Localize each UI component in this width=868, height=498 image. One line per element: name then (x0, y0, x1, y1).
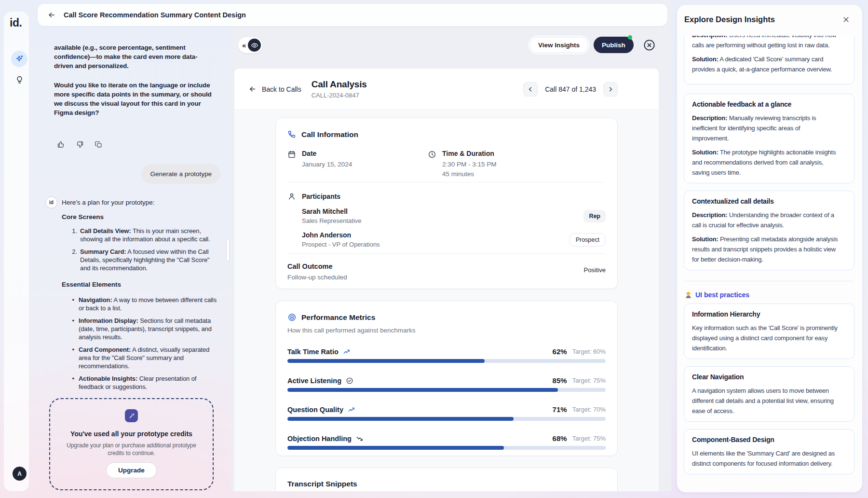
call-pager: Call 847 of 1,243 (523, 82, 618, 97)
list-item: 1.Call Details View: This is your main s… (69, 227, 220, 243)
performance-metrics-card: Performance Metrics How this call perfor… (275, 301, 618, 456)
metric-row: Active Listening 85%Target: 75% (287, 376, 606, 392)
upgrade-button[interactable]: Upgrade (106, 462, 157, 478)
chat-topbar: Call Score Recommendation Summary Conten… (38, 4, 667, 26)
best-practice-card: Component-Based Design UI elements like … (684, 429, 854, 474)
participant-badge: Rep (583, 210, 606, 222)
credits-card: You've used all your prototype credits U… (49, 398, 214, 490)
assistant-message-p1: available (e.g., score percentage, senti… (54, 43, 214, 70)
core-screens-list: 1.Call Details View: This is your main s… (69, 227, 220, 272)
prototype-header: Back to Calls Call Analysis CALL-2024-08… (234, 69, 659, 110)
phone-icon (287, 130, 297, 139)
magic-wand-icon (125, 409, 138, 422)
metric-bar (287, 446, 606, 450)
clock-icon (428, 150, 436, 178)
chat-panel: available (e.g., score percentage, senti… (54, 43, 220, 490)
back-to-calls-link[interactable]: Back to Calls (248, 85, 301, 93)
metric-bar (287, 359, 606, 363)
insight-card: Description: Users need immediate visibi… (684, 36, 854, 84)
insight-card: Actionable feedback at a glance Descript… (684, 94, 854, 183)
assistant-message-p2: Would you like to iterate on the languag… (54, 81, 214, 117)
design-insights-panel: Explore Design Insights Description: Use… (677, 5, 862, 492)
user-message-bubble: Generate a prototype (141, 164, 220, 184)
essential-elements-list: •Navigation: A way to move between diffe… (69, 296, 220, 391)
trend-up-icon (348, 406, 355, 414)
copy-icon[interactable] (95, 140, 103, 149)
user-avatar[interactable]: A (13, 467, 27, 481)
essential-elements-heading: Essential Elements (62, 281, 220, 288)
page-title: Call Analysis (312, 79, 367, 90)
list-item: •Actionable Insights: Clear presentation… (69, 374, 220, 391)
call-information-card: Call Information DateJanuary 15, 2024 Ti… (275, 118, 618, 289)
outcome-status: Positive (583, 266, 606, 274)
transcript-snippets-card: Transcript Snippets (275, 468, 618, 491)
thumbs-up-icon[interactable] (57, 140, 65, 149)
list-item: •Card Component: A distinct, visually se… (69, 346, 220, 370)
insights-title: Explore Design Insights (684, 15, 775, 24)
metric-row: Objection Handling 68%Target: 75% (287, 434, 606, 450)
sparkle-icon[interactable] (11, 51, 27, 67)
next-call-button[interactable] (603, 82, 618, 97)
trend-down-icon (356, 435, 364, 443)
assistant-avatar: id (45, 196, 57, 208)
credits-body: Upgrade your plan or purchase additional… (66, 442, 197, 457)
list-item: 2.Summary Card: A focused view within th… (69, 248, 220, 272)
participant-badge: Prospect (570, 233, 606, 247)
call-id: CALL-2024-0847 (312, 92, 367, 99)
participant-row: John AndersonProspect - VP of Operations… (302, 231, 606, 248)
back-arrow-icon[interactable] (47, 11, 56, 19)
transcript-heading: Transcript Snippets (287, 480, 357, 488)
thumbs-down-icon[interactable] (76, 140, 84, 149)
metric-row: Talk Time Ratio 62%Target: 60% (287, 347, 606, 363)
info-icon[interactable] (11, 443, 34, 462)
prev-call-button[interactable] (523, 82, 538, 97)
pager-label: Call 847 of 1,243 (545, 85, 596, 93)
participant-row: Sarah MitchellSales Representative Rep (302, 208, 606, 224)
metric-bar (287, 388, 606, 392)
close-insights-icon[interactable] (842, 16, 850, 23)
date-field: DateJanuary 15, 2024 (287, 150, 428, 178)
best-practice-card: Clear Navigation A navigation system all… (684, 366, 854, 422)
list-item: •Information Display: Sections for call … (69, 317, 220, 341)
view-insights-button[interactable]: View Insights (529, 37, 588, 53)
ui-best-practices-heading: UI best practices (685, 291, 854, 299)
chat-scrollbar[interactable] (226, 239, 230, 262)
left-rail: id. A (4, 12, 29, 491)
app-logo: id. (10, 16, 22, 29)
time-duration-field: Time & Duration2:30 PM - 3:15 PM45 minut… (428, 150, 568, 178)
credits-title: You've used all your prototype credits (54, 430, 209, 438)
divider (685, 281, 854, 281)
metric-bar (287, 417, 606, 421)
worker-emoji-icon (685, 291, 692, 299)
metric-row: Question Quality 71%Target: 70% (287, 405, 606, 421)
list-item: •Navigation: A way to move between diffe… (69, 296, 220, 312)
calendar-icon (287, 150, 296, 178)
preview-collapse-pill: « (238, 37, 262, 53)
call-outcome: Call OutcomeFollow-up scheduled Positive (287, 254, 606, 281)
best-practice-card: Information Hierarchy Key information su… (684, 304, 854, 359)
close-preview-icon[interactable] (643, 39, 656, 52)
participants-heading: Participants (302, 193, 340, 200)
lightbulb-icon[interactable] (11, 71, 27, 88)
collapse-icon[interactable]: « (242, 41, 245, 49)
metrics-subtitle: How this call performed against benchmar… (287, 327, 606, 334)
insight-card: Contextualized call details Description:… (684, 191, 854, 270)
check-circle-icon (346, 377, 353, 385)
participants-icon (287, 192, 296, 201)
publish-status-dot (628, 35, 632, 40)
publish-button[interactable]: Publish (594, 37, 634, 53)
core-screens-heading: Core Screens (62, 213, 220, 221)
call-info-heading: Call Information (301, 130, 358, 139)
prototype-preview: Back to Calls Call Analysis CALL-2024-08… (234, 69, 659, 491)
insights-scroll-area[interactable]: Description: Users need immediate visibi… (684, 36, 854, 484)
trend-up-icon (343, 348, 351, 356)
eye-icon[interactable] (248, 39, 261, 52)
plan-intro: Here's a plan for your prototype: (62, 196, 154, 208)
chat-title: Call Score Recommendation Summary Conten… (64, 11, 246, 19)
metrics-heading: Performance Metrics (301, 313, 375, 322)
preview-actions: View Insights Publish (529, 37, 656, 53)
target-icon (287, 313, 297, 322)
